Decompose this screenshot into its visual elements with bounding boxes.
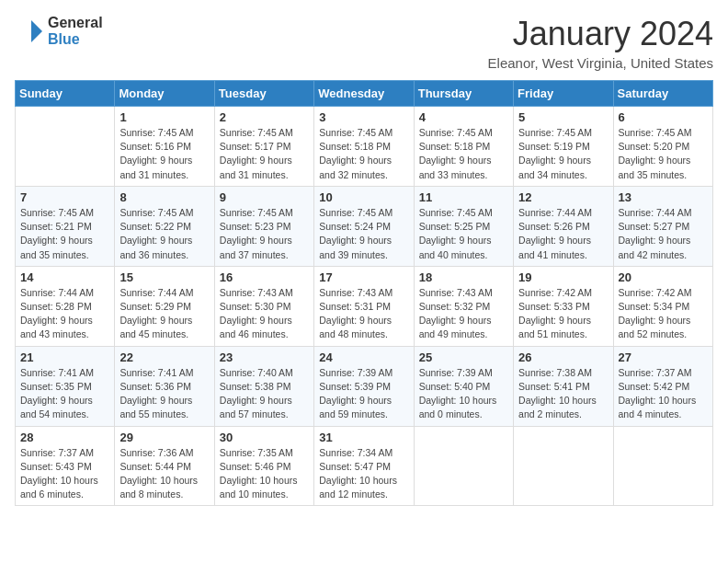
- calendar-cell: 1Sunrise: 7:45 AMSunset: 5:16 PMDaylight…: [115, 107, 214, 187]
- day-number: 23: [220, 350, 309, 364]
- calendar-cell: 2Sunrise: 7:45 AMSunset: 5:17 PMDaylight…: [214, 107, 313, 187]
- day-info: Sunrise: 7:45 AMSunset: 5:19 PMDaylight:…: [518, 126, 608, 182]
- day-info: Sunrise: 7:45 AMSunset: 5:22 PMDaylight:…: [119, 206, 209, 262]
- week-row-5: 28Sunrise: 7:37 AMSunset: 5:43 PMDayligh…: [16, 426, 713, 506]
- day-number: 1: [119, 110, 209, 124]
- day-info: Sunrise: 7:45 AMSunset: 5:16 PMDaylight:…: [119, 126, 209, 182]
- day-number: 2: [220, 110, 309, 124]
- calendar-cell: 22Sunrise: 7:41 AMSunset: 5:36 PMDayligh…: [115, 346, 214, 426]
- calendar-cell: 18Sunrise: 7:43 AMSunset: 5:32 PMDayligh…: [414, 266, 513, 346]
- week-row-3: 14Sunrise: 7:44 AMSunset: 5:28 PMDayligh…: [16, 266, 713, 346]
- logo-triangle-icon: [15, 17, 44, 46]
- weekday-header-wednesday: Wednesday: [314, 81, 414, 107]
- weekday-header-monday: Monday: [115, 81, 214, 107]
- day-info: Sunrise: 7:38 AMSunset: 5:41 PMDaylight:…: [518, 366, 608, 422]
- calendar-cell: 12Sunrise: 7:44 AMSunset: 5:26 PMDayligh…: [514, 186, 613, 266]
- calendar-cell: 4Sunrise: 7:45 AMSunset: 5:18 PMDaylight…: [414, 107, 513, 187]
- calendar-cell: 31Sunrise: 7:34 AMSunset: 5:47 PMDayligh…: [314, 426, 414, 506]
- day-info: Sunrise: 7:45 AMSunset: 5:25 PMDaylight:…: [419, 206, 508, 262]
- day-info: Sunrise: 7:45 AMSunset: 5:23 PMDaylight:…: [220, 206, 309, 262]
- day-number: 11: [419, 190, 508, 204]
- day-number: 16: [220, 270, 309, 284]
- day-info: Sunrise: 7:35 AMSunset: 5:46 PMDaylight:…: [220, 446, 309, 502]
- day-number: 21: [20, 350, 109, 364]
- day-info: Sunrise: 7:39 AMSunset: 5:40 PMDaylight:…: [419, 366, 508, 422]
- day-info: Sunrise: 7:41 AMSunset: 5:36 PMDaylight:…: [119, 366, 209, 422]
- calendar-cell: 14Sunrise: 7:44 AMSunset: 5:28 PMDayligh…: [16, 266, 115, 346]
- month-title: January 2024: [488, 15, 713, 53]
- weekday-header-friday: Friday: [514, 81, 613, 107]
- day-info: Sunrise: 7:44 AMSunset: 5:28 PMDaylight:…: [20, 286, 109, 342]
- calendar-cell: [16, 107, 115, 187]
- calendar-cell: [514, 426, 613, 506]
- day-info: Sunrise: 7:44 AMSunset: 5:27 PMDaylight:…: [619, 206, 708, 262]
- day-number: 5: [518, 110, 608, 124]
- calendar-cell: 25Sunrise: 7:39 AMSunset: 5:40 PMDayligh…: [414, 346, 513, 426]
- calendar-cell: 15Sunrise: 7:44 AMSunset: 5:29 PMDayligh…: [115, 266, 214, 346]
- day-number: 7: [20, 190, 109, 204]
- calendar-cell: 10Sunrise: 7:45 AMSunset: 5:24 PMDayligh…: [314, 186, 414, 266]
- day-number: 4: [419, 110, 508, 124]
- day-number: 19: [518, 270, 608, 284]
- page-header: General Blue January 2024 Eleanor, West …: [15, 15, 713, 71]
- calendar-cell: 3Sunrise: 7:45 AMSunset: 5:18 PMDaylight…: [314, 107, 414, 187]
- day-number: 17: [319, 270, 408, 284]
- day-info: Sunrise: 7:37 AMSunset: 5:43 PMDaylight:…: [20, 446, 109, 502]
- weekday-header-tuesday: Tuesday: [214, 81, 313, 107]
- day-info: Sunrise: 7:34 AMSunset: 5:47 PMDaylight:…: [319, 446, 408, 502]
- day-number: 29: [119, 431, 209, 444]
- weekday-header-thursday: Thursday: [414, 81, 513, 107]
- day-number: 20: [619, 270, 708, 284]
- day-info: Sunrise: 7:42 AMSunset: 5:33 PMDaylight:…: [518, 286, 608, 342]
- day-info: Sunrise: 7:42 AMSunset: 5:34 PMDaylight:…: [619, 286, 708, 342]
- day-info: Sunrise: 7:45 AMSunset: 5:18 PMDaylight:…: [319, 126, 408, 182]
- calendar-cell: 7Sunrise: 7:45 AMSunset: 5:21 PMDaylight…: [16, 186, 115, 266]
- logo-text: General Blue: [48, 15, 103, 47]
- week-row-2: 7Sunrise: 7:45 AMSunset: 5:21 PMDaylight…: [16, 186, 713, 266]
- logo-general: General: [48, 15, 103, 31]
- day-info: Sunrise: 7:40 AMSunset: 5:38 PMDaylight:…: [220, 366, 309, 422]
- calendar-cell: 5Sunrise: 7:45 AMSunset: 5:19 PMDaylight…: [514, 107, 613, 187]
- day-number: 8: [119, 190, 209, 204]
- calendar-cell: 26Sunrise: 7:38 AMSunset: 5:41 PMDayligh…: [514, 346, 613, 426]
- calendar-cell: 11Sunrise: 7:45 AMSunset: 5:25 PMDayligh…: [414, 186, 513, 266]
- day-info: Sunrise: 7:39 AMSunset: 5:39 PMDaylight:…: [319, 366, 408, 422]
- calendar-cell: 28Sunrise: 7:37 AMSunset: 5:43 PMDayligh…: [16, 426, 115, 506]
- calendar-cell: 19Sunrise: 7:42 AMSunset: 5:33 PMDayligh…: [514, 266, 613, 346]
- week-row-1: 1Sunrise: 7:45 AMSunset: 5:16 PMDaylight…: [16, 107, 713, 187]
- day-number: 27: [619, 350, 708, 364]
- day-info: Sunrise: 7:44 AMSunset: 5:29 PMDaylight:…: [119, 286, 209, 342]
- day-info: Sunrise: 7:36 AMSunset: 5:44 PMDaylight:…: [119, 446, 209, 502]
- calendar-cell: 21Sunrise: 7:41 AMSunset: 5:35 PMDayligh…: [16, 346, 115, 426]
- calendar-cell: [414, 426, 513, 506]
- svg-marker-0: [31, 20, 42, 42]
- calendar-cell: 17Sunrise: 7:43 AMSunset: 5:31 PMDayligh…: [314, 266, 414, 346]
- day-info: Sunrise: 7:45 AMSunset: 5:18 PMDaylight:…: [419, 126, 508, 182]
- day-number: 30: [220, 431, 309, 444]
- calendar-cell: [613, 426, 712, 506]
- day-info: Sunrise: 7:45 AMSunset: 5:17 PMDaylight:…: [220, 126, 309, 182]
- day-number: 26: [518, 350, 608, 364]
- day-number: 14: [20, 270, 109, 284]
- day-number: 12: [518, 190, 608, 204]
- week-row-4: 21Sunrise: 7:41 AMSunset: 5:35 PMDayligh…: [16, 346, 713, 426]
- calendar-cell: 29Sunrise: 7:36 AMSunset: 5:44 PMDayligh…: [115, 426, 214, 506]
- day-info: Sunrise: 7:43 AMSunset: 5:31 PMDaylight:…: [319, 286, 408, 342]
- day-number: 6: [619, 110, 708, 124]
- day-number: 13: [619, 190, 708, 204]
- location: Eleanor, West Virginia, United States: [488, 55, 713, 71]
- day-number: 22: [119, 350, 209, 364]
- calendar-table: SundayMondayTuesdayWednesdayThursdayFrid…: [15, 80, 713, 506]
- weekday-header-sunday: Sunday: [16, 81, 115, 107]
- day-number: 10: [319, 190, 408, 204]
- day-number: 18: [419, 270, 508, 284]
- day-info: Sunrise: 7:41 AMSunset: 5:35 PMDaylight:…: [20, 366, 109, 422]
- calendar-cell: 30Sunrise: 7:35 AMSunset: 5:46 PMDayligh…: [214, 426, 313, 506]
- day-number: 15: [119, 270, 209, 284]
- day-number: 3: [319, 110, 408, 124]
- logo: General Blue: [15, 15, 103, 47]
- day-info: Sunrise: 7:45 AMSunset: 5:21 PMDaylight:…: [20, 206, 109, 262]
- title-area: January 2024 Eleanor, West Virginia, Uni…: [488, 15, 713, 71]
- day-info: Sunrise: 7:43 AMSunset: 5:32 PMDaylight:…: [419, 286, 508, 342]
- weekday-header-row: SundayMondayTuesdayWednesdayThursdayFrid…: [16, 81, 713, 107]
